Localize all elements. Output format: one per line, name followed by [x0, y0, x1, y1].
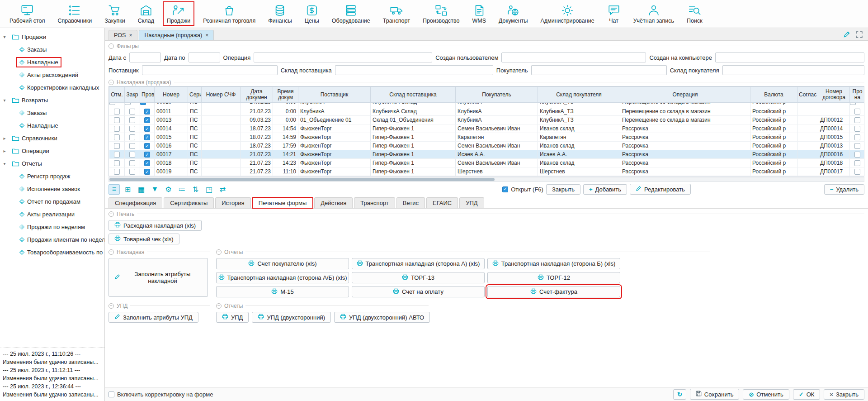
row-checkbox[interactable]	[114, 143, 120, 149]
detail-tab-specification[interactable]: Спецификация	[108, 197, 162, 208]
close-tab-icon[interactable]: ×	[205, 32, 208, 38]
detail-tab-vetis[interactable]: Ветис	[396, 197, 425, 208]
add-button[interactable]: + Добавить	[583, 184, 627, 195]
row-checkbox[interactable]	[129, 169, 135, 175]
delete-button[interactable]: − Удалить	[824, 184, 864, 195]
topbar-item-search[interactable]: Поиск	[683, 1, 707, 26]
checkbox-icon[interactable]: ✓	[502, 186, 508, 192]
row-checkbox[interactable]	[114, 117, 120, 123]
row-checkbox[interactable]: ✓	[144, 143, 150, 149]
close-document-button[interactable]: Закрыть	[546, 184, 580, 195]
topbar-item-prices[interactable]: Цены	[301, 1, 323, 26]
collapse-icon[interactable]: −	[108, 249, 114, 255]
expand-icon[interactable]	[854, 29, 864, 39]
export-icon[interactable]: ◳	[203, 184, 215, 195]
row-checkbox[interactable]	[854, 134, 860, 140]
invoice-factura-button[interactable]: Счет-фактура	[487, 286, 620, 297]
topbar-item-account[interactable]: Учётная запись	[629, 1, 678, 26]
row-checkbox[interactable]	[854, 143, 860, 149]
close-window-button[interactable]: × Закрыть	[824, 389, 864, 400]
sidebar-item-realization-acts[interactable]: Акты реализации	[1, 208, 104, 220]
row-checkbox[interactable]	[854, 126, 860, 132]
checkbox-icon[interactable]	[108, 391, 114, 397]
column-header[interactable]: Закр	[125, 87, 140, 103]
torg-13-button[interactable]: ТОРГ-13	[352, 272, 485, 283]
refresh-button[interactable]: ↻	[673, 389, 686, 400]
topbar-item-warehouse[interactable]: Склад	[134, 1, 158, 26]
filter-created-by-input[interactable]	[501, 53, 646, 62]
column-header[interactable]: Соглас	[797, 87, 818, 103]
collapse-icon[interactable]: −	[108, 303, 114, 309]
filter-supplier-input[interactable]	[142, 65, 278, 75]
detail-tab-history[interactable]: История	[215, 197, 250, 208]
filter-buyer-warehouse-input[interactable]	[722, 65, 864, 75]
topbar-item-retail[interactable]: Розничная торговля	[199, 1, 259, 26]
column-header[interactable]: Склад покупателя	[538, 87, 620, 103]
topbar-item-wms[interactable]: WMS	[468, 1, 490, 26]
detail-tab-certificates[interactable]: Сертификаты	[164, 197, 214, 208]
row-checkbox[interactable]	[125, 103, 131, 105]
filter-created-on-computer-input[interactable]	[715, 53, 864, 62]
cancel-button[interactable]: ⊘ Отменить	[743, 389, 789, 400]
scrollbar-thumb[interactable]	[109, 178, 495, 181]
numbered-list-icon[interactable]: ≔	[176, 184, 188, 195]
row-checkbox[interactable]	[129, 126, 135, 132]
filter-buyer-input[interactable]	[531, 65, 667, 75]
row-checkbox[interactable]	[114, 134, 120, 140]
filter-supplier-warehouse-input[interactable]	[335, 65, 493, 75]
filter-date-from-input[interactable]	[129, 53, 161, 62]
row-checkbox[interactable]: ✓	[144, 117, 150, 123]
column-header[interactable]: Время докум	[273, 87, 298, 103]
column-header[interactable]: Сери	[188, 87, 202, 103]
tab-invoices-sale[interactable]: Накладные (продажа)×	[139, 30, 214, 40]
fill-invoice-attributes-button[interactable]: Заполнить атрибуты накладной	[108, 258, 208, 297]
topbar-item-chat[interactable]: Чат	[603, 1, 625, 26]
topbar-item-sales[interactable]: Продажи	[163, 1, 194, 26]
collapse-icon[interactable]: −	[216, 249, 222, 255]
sidebar-item-sales-report[interactable]: Отчет по продажам	[1, 195, 104, 208]
filter-date-to-input[interactable]	[189, 53, 220, 62]
horizontal-scrollbar[interactable]	[108, 177, 864, 182]
column-header[interactable]: Операция	[620, 87, 750, 103]
invoice-row[interactable]: ✓00014ПС18.07.2314:54ФьюженТоргГипер-Фью…	[109, 124, 865, 133]
row-checkbox[interactable]	[854, 152, 860, 158]
tab-pos[interactable]: POS×	[108, 30, 137, 40]
column-header[interactable]: Пров	[140, 87, 155, 103]
ok-button[interactable]: ✓ ОК	[793, 389, 821, 400]
sidebar-folder-sales[interactable]: ▾Продажи	[1, 30, 104, 43]
row-checkbox[interactable]: ✓	[144, 126, 150, 132]
upd-two-sided-button[interactable]: УПД (двухсторонний)	[252, 312, 331, 323]
sort-icon[interactable]: ⇅	[190, 184, 201, 195]
column-header[interactable]: Дата докумен	[241, 87, 273, 103]
row-checkbox[interactable]	[129, 152, 135, 158]
topbar-item-desktop[interactable]: Рабочий стол	[5, 1, 49, 26]
detail-tab-print-forms[interactable]: Печатные формы	[252, 197, 313, 208]
invoice-row[interactable]: ✓00016ПС18.07.2317:59ФьюженТоргГипер-Фью…	[109, 142, 865, 150]
row-checkbox[interactable]: ✓	[144, 152, 150, 158]
detail-tab-upd[interactable]: УПД	[459, 197, 484, 208]
row-checkbox[interactable]	[114, 160, 120, 166]
collapse-icon[interactable]: −	[108, 43, 114, 49]
torg-12-button[interactable]: ТОРГ-12	[487, 272, 620, 283]
column-header[interactable]: Поставщик	[298, 87, 371, 103]
detail-tab-egais[interactable]: ЕГАИС	[426, 197, 458, 208]
transport-waybill-ab-xls-button[interactable]: Транспортная накладная (сторона А/Б) (xl…	[216, 272, 349, 283]
invoice-row[interactable]: ✓00013ПС09.03.230:0001_Объединение 01Скл…	[109, 116, 865, 124]
row-checkbox[interactable]	[114, 109, 120, 115]
sidebar-item-return-invoices[interactable]: Накладные	[1, 119, 104, 132]
filter-operation-input[interactable]	[254, 53, 432, 62]
row-checkbox[interactable]	[129, 134, 135, 140]
sidebar-item-order-fulfillment[interactable]: Исполнение заявок	[1, 182, 104, 195]
row-checkbox[interactable]	[854, 109, 860, 115]
invoice-for-payment-button[interactable]: Счет на оплату	[352, 286, 485, 297]
invoice-row[interactable]: ✓00017ПС21.07.2314:21ФьюженТоргГипер-Фью…	[109, 150, 865, 159]
row-checkbox[interactable]: ✓	[144, 109, 150, 115]
column-header[interactable]: Покупатель	[456, 87, 538, 103]
row-checkbox[interactable]	[114, 126, 120, 132]
expander-icon[interactable]: ▾	[2, 34, 7, 39]
row-checkbox[interactable]	[854, 169, 860, 175]
column-header[interactable]: Номер СЧФ	[202, 87, 241, 103]
invoice-row[interactable]: ✓00015ПС18.07.2314:59ФьюженТоргГипер-Фью…	[109, 133, 865, 142]
expander-icon[interactable]: ▸	[2, 136, 7, 141]
topbar-item-finance[interactable]: Финансы	[264, 1, 296, 26]
